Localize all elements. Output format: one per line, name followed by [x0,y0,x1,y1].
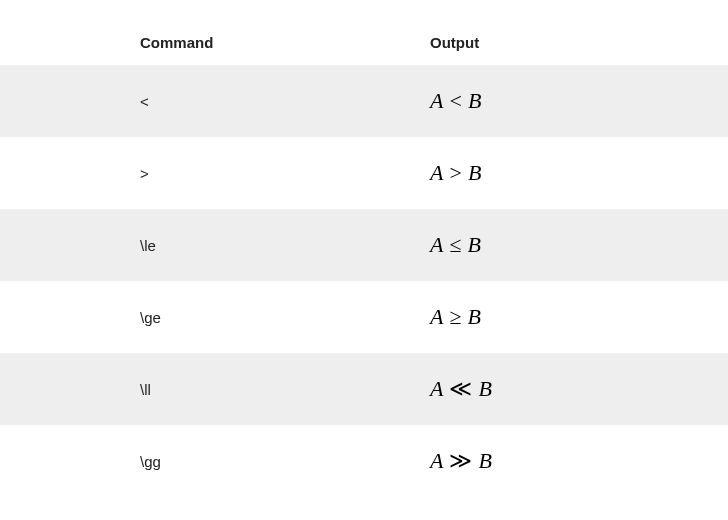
output-left: A [430,160,443,185]
table-row: \gg A≫B [0,425,728,497]
output-right: B [478,448,491,473]
output-right: B [468,232,481,257]
output-relation: ≫ [443,448,478,474]
output-left: A [430,304,443,329]
table-row: > A>B [0,137,728,209]
table-row: \ge A≥B [0,281,728,353]
output-right: B [478,376,491,401]
header-command: Command [0,20,430,65]
table-row: < A<B [0,65,728,137]
output-relation: ≥ [443,304,467,330]
command-cell: \gg [0,425,430,497]
table-row: \ll A≪B [0,353,728,425]
output-cell: A≫B [430,425,728,497]
latex-relation-table: Command Output < A<B > A>B \le A≤B [0,0,728,520]
command-cell: \le [0,209,430,281]
table-header-row: Command Output [0,20,728,65]
command-cell: > [0,137,430,209]
output-left: A [430,232,443,257]
output-left: A [430,88,443,113]
output-relation: < [443,88,467,114]
output-relation: > [443,160,467,186]
command-cell: \ll [0,353,430,425]
output-cell: A≥B [430,281,728,353]
table-row: \le A≤B [0,209,728,281]
output-left: A [430,376,443,401]
output-left: A [430,448,443,473]
output-right: B [468,160,481,185]
command-cell: < [0,65,430,137]
header-output: Output [430,20,728,65]
output-cell: A≤B [430,209,728,281]
output-right: B [468,304,481,329]
output-cell: A<B [430,65,728,137]
output-relation: ≪ [443,376,478,402]
output-relation: ≤ [443,232,467,258]
output-right: B [468,88,481,113]
command-cell: \ge [0,281,430,353]
command-output-table: Command Output < A<B > A>B \le A≤B [0,20,728,497]
output-cell: A≪B [430,353,728,425]
output-cell: A>B [430,137,728,209]
